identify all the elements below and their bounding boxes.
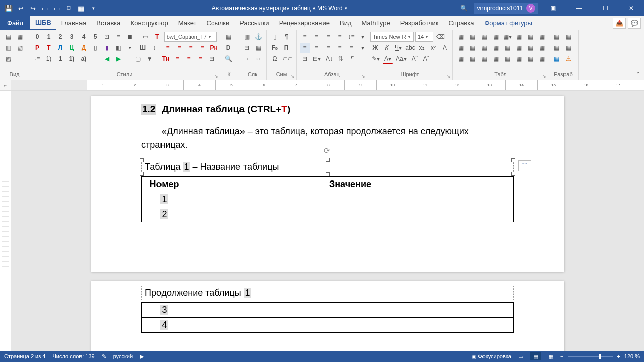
superscript-button[interactable]: x² xyxy=(428,43,438,53)
case-button[interactable]: Aa▾ xyxy=(394,54,408,64)
para-b6[interactable]: ▾ xyxy=(358,43,368,53)
list-right-icon[interactable]: ▶ xyxy=(113,54,123,64)
sym-1[interactable]: ▯ xyxy=(270,32,280,42)
para-al4[interactable]: ≡ xyxy=(335,32,345,42)
tbl-c7[interactable]: ▦ xyxy=(525,54,535,64)
font-clear-icon[interactable]: ⌫ xyxy=(435,32,446,42)
tbl-8[interactable]: ▦ xyxy=(537,32,547,42)
para-sort-icon[interactable]: A↓ xyxy=(324,54,334,64)
style-r[interactable]: Р xyxy=(32,43,42,53)
tab-home[interactable]: Главная xyxy=(56,16,91,30)
view-btn3[interactable]: ▥ xyxy=(3,43,13,53)
style-4[interactable]: 4 xyxy=(78,32,89,42)
style-opt1[interactable]: ⊡ xyxy=(102,32,112,42)
ribbon-mode-icon[interactable]: ▣ xyxy=(541,0,565,16)
document-canvas[interactable]: 1.2 Длинная таблица (CTRL+T) «Длинная та… xyxy=(11,90,644,352)
table-caption-textbox[interactable]: ⟳ Таблица 1 – Название таблицы ⌒ xyxy=(141,160,514,174)
sym-launcher-icon[interactable]: ↘ xyxy=(291,74,295,79)
view-read-icon[interactable]: ▭ xyxy=(515,352,526,360)
tab-file[interactable]: Файл xyxy=(0,16,30,30)
comments-icon[interactable]: 💬 xyxy=(628,18,641,29)
italic-button[interactable]: К xyxy=(382,43,392,53)
dev-3[interactable]: ▦ xyxy=(551,43,561,53)
style-opt3[interactable]: ≣ xyxy=(125,32,135,42)
maximize-icon[interactable]: ☐ xyxy=(594,0,617,16)
bold-button[interactable]: Ж xyxy=(370,43,380,53)
tbl-b4[interactable]: ▦ xyxy=(491,43,501,53)
status-language[interactable]: русский xyxy=(113,353,133,359)
style-t[interactable]: Т xyxy=(44,43,54,53)
font-name-picker[interactable]: Times New R▾ xyxy=(370,32,414,42)
para-c5[interactable]: ¶ xyxy=(347,54,357,64)
ruler-horizontal[interactable]: 12 34 56 78 910 1112 1314 1516 17 xyxy=(11,80,644,90)
tbl-c4[interactable]: ▦ xyxy=(491,54,501,64)
font-ext1[interactable]: A xyxy=(440,43,450,53)
align-c-icon[interactable]: ≡ xyxy=(174,43,184,53)
style-arr[interactable]: ▾ xyxy=(125,43,135,53)
para-c2[interactable]: ⊟▾ xyxy=(311,54,323,64)
zoom-slider[interactable] xyxy=(568,356,613,357)
collapse-ribbon-icon[interactable]: ⌃ xyxy=(636,71,641,78)
sym-p[interactable]: Π xyxy=(281,43,291,53)
dev-1[interactable]: ▦ xyxy=(551,32,561,42)
slk-4[interactable]: ▦ xyxy=(253,43,263,53)
list-b[interactable]: а) xyxy=(78,54,89,64)
tbl-c3[interactable]: ▦ xyxy=(479,54,489,64)
slk-3[interactable]: ⊟ xyxy=(242,43,252,53)
qat-icon4[interactable]: ▦ xyxy=(75,3,87,14)
tbl-6[interactable]: ▦ xyxy=(514,32,524,42)
focus-mode-button[interactable]: ▣ Фокусировка xyxy=(471,353,511,360)
tbl-c5[interactable]: ▦ xyxy=(502,54,512,64)
tbl-4[interactable]: ▦ xyxy=(491,32,501,42)
qat-icon2[interactable]: ▭ xyxy=(51,3,62,14)
k-1[interactable]: ▦ xyxy=(223,32,233,42)
list-num-icon[interactable]: 1) xyxy=(44,54,54,64)
tab-mailings[interactable]: Рассылки xyxy=(234,16,274,30)
para-b2[interactable]: ≡ xyxy=(311,43,321,53)
status-page[interactable]: Страница 2 из 4 xyxy=(4,353,45,359)
resize-handle[interactable] xyxy=(140,158,144,162)
tbl-b2[interactable]: ▦ xyxy=(467,43,477,53)
tab-design[interactable]: Конструктор xyxy=(126,16,173,30)
highlight-icon[interactable]: ✎▾ xyxy=(370,54,381,64)
view-web-icon[interactable]: ▦ xyxy=(545,352,556,360)
align-l-icon[interactable]: ≡ xyxy=(163,43,173,53)
tbl-5[interactable]: ▦▾ xyxy=(502,32,512,42)
qat-icon[interactable]: ▭ xyxy=(39,3,50,14)
k-d[interactable]: D xyxy=(223,43,233,53)
para-ls[interactable]: ↕≡ xyxy=(346,32,356,42)
resize-handle[interactable] xyxy=(140,172,144,176)
view-btn4[interactable]: ▧ xyxy=(15,43,25,53)
list-left-icon[interactable]: ◀ xyxy=(102,54,112,64)
table-launcher-icon[interactable]: ↘ xyxy=(542,74,546,79)
align-r-icon[interactable]: ≡ xyxy=(186,43,196,53)
para-b3[interactable]: ≡ xyxy=(323,43,333,53)
sym-om[interactable]: Ω xyxy=(270,54,280,64)
tab-layout[interactable]: Макет xyxy=(173,16,202,30)
style-3[interactable]: 3 xyxy=(67,32,77,42)
view-print-icon[interactable]: ▤ xyxy=(530,352,541,360)
box-a[interactable]: ▢ xyxy=(133,54,143,64)
style-2[interactable]: 2 xyxy=(55,32,65,42)
search-icon[interactable]: 🔍 xyxy=(457,5,471,12)
style-c[interactable]: Ц xyxy=(67,43,77,53)
para-a[interactable]: ≡ xyxy=(172,54,182,64)
para-b[interactable]: ≡ xyxy=(184,54,194,64)
qat-icon3[interactable]: ⧉ xyxy=(63,3,74,14)
para-b4[interactable]: ≡ xyxy=(335,43,345,53)
zoom-level[interactable]: 120 % xyxy=(624,353,640,359)
tab-format-shape[interactable]: Формат фигуры xyxy=(479,16,537,30)
tbl-2[interactable]: ▦ xyxy=(467,32,477,42)
resize-handle[interactable] xyxy=(511,158,515,162)
k-search-icon[interactable]: 🔍 xyxy=(223,54,234,64)
zoom-out-button[interactable]: − xyxy=(560,353,564,359)
dev-5[interactable]: ▦ xyxy=(551,54,561,64)
strike-button[interactable]: abc xyxy=(405,43,415,53)
zoom-in-button[interactable]: + xyxy=(617,353,620,359)
tab-shbv[interactable]: ШБВ xyxy=(30,16,56,30)
minimize-icon[interactable]: — xyxy=(568,0,591,16)
resize-handle[interactable] xyxy=(326,172,330,176)
style-sh[interactable]: Ш xyxy=(138,43,148,53)
spellcheck-icon[interactable]: ✎ xyxy=(102,353,106,360)
para-al3[interactable]: ≡ xyxy=(323,32,333,42)
